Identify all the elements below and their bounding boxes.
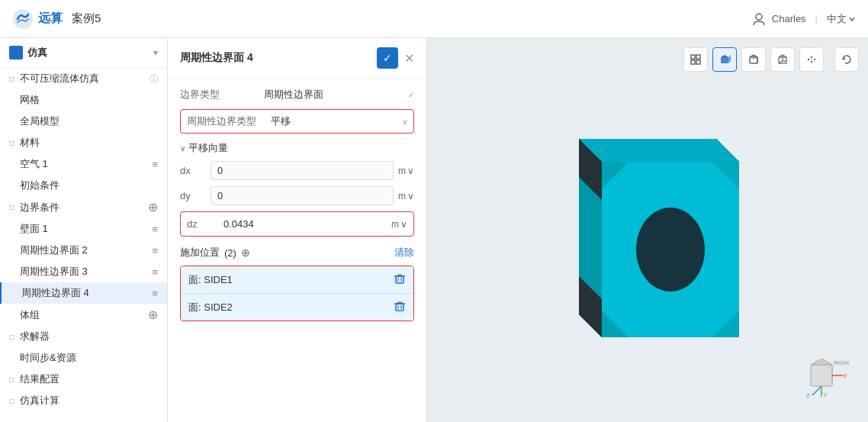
logo: 远算 xyxy=(12,8,63,30)
lang-button[interactable]: 中文 xyxy=(827,12,856,26)
row-label: 求解器 xyxy=(20,330,158,343)
svg-marker-35 xyxy=(579,139,739,162)
sidebar-item-solver[interactable]: □ 求解器 xyxy=(0,326,167,347)
chevron-down-icon: ∨ xyxy=(402,118,407,126)
header-left: 远算 案例5 xyxy=(12,8,101,30)
section-chevron: ∨ xyxy=(180,144,185,153)
dz-input[interactable] xyxy=(217,215,387,233)
row-label: 时间步&资源 xyxy=(20,351,158,365)
sidebar-item-periodic2[interactable]: 周期性边界面 2 ≡ xyxy=(0,240,167,261)
dz-unit: m ∨ xyxy=(391,219,407,230)
expand-arrow: □ xyxy=(9,203,20,211)
expand-arrow: □ xyxy=(9,139,20,147)
sidebar-item-sim-calc[interactable]: □ 仿真计算 xyxy=(0,390,167,411)
delete-side2-button[interactable] xyxy=(394,300,406,314)
svg-text:X: X xyxy=(843,372,847,379)
row-label: 全局模型 xyxy=(20,114,158,128)
apply-item-side2: 面: SIDE2 xyxy=(181,294,413,321)
view-btn-grid[interactable] xyxy=(683,47,708,72)
svg-rect-12 xyxy=(691,60,695,64)
view-btn-reset[interactable] xyxy=(834,47,859,72)
row-label: 仿真计算 xyxy=(20,394,158,408)
apply-header: 施加位置 (2) ⊕ 清除 xyxy=(180,246,414,259)
svg-text:Y: Y xyxy=(823,391,828,398)
row-label: 网格 xyxy=(20,93,158,107)
dy-row: dy m ∨ xyxy=(180,186,414,205)
svg-point-1 xyxy=(756,14,762,20)
chevron-down-icon xyxy=(848,15,856,23)
clear-button[interactable]: 清除 xyxy=(394,246,414,259)
apply-item-label: 面: SIDE1 xyxy=(188,273,394,287)
sidebar-header: 仿真 ▾ xyxy=(0,38,167,68)
cube-solid-icon xyxy=(719,53,731,66)
dx-input[interactable] xyxy=(211,161,394,180)
svg-rect-13 xyxy=(696,60,700,64)
confirm-button[interactable]: ✓ xyxy=(377,47,398,69)
menu-icon[interactable]: ≡ xyxy=(152,245,158,256)
expand-arrow: □ xyxy=(9,397,20,405)
logo-icon xyxy=(12,8,34,30)
panel-actions: ✓ ✕ xyxy=(377,47,414,69)
sidebar-item-initial-condition[interactable]: 初始条件 xyxy=(0,175,167,196)
user-name: Charles xyxy=(772,13,806,24)
3d-view: RIGHT Y X Z xyxy=(427,38,868,422)
view-btn-solid[interactable] xyxy=(712,47,737,72)
svg-marker-45 xyxy=(811,359,832,365)
sidebar-collapse-btn[interactable]: ▾ xyxy=(153,47,158,58)
sidebar-item-air1[interactable]: 空气 1 ≡ xyxy=(0,153,167,175)
svg-rect-44 xyxy=(811,365,832,386)
periodic-type-value: 平移 ∨ xyxy=(271,114,407,128)
sidebar-item-material[interactable]: □ 材料 xyxy=(0,132,167,153)
svg-rect-6 xyxy=(396,304,403,311)
sidebar-item-mesh[interactable]: 网格 xyxy=(0,89,167,111)
sidebar-item-boundary[interactable]: □ 边界条件 ⊕ xyxy=(0,196,167,218)
boundary-type-row: 边界类型 周期性边界面 ✓ xyxy=(180,88,414,101)
periodic-type-row[interactable]: 周期性边界类型 平移 ∨ xyxy=(180,109,414,134)
translation-section: ∨ 平移向量 xyxy=(180,141,414,155)
add-apply-button[interactable]: ⊕ xyxy=(241,246,250,259)
row-label: 壁面 1 xyxy=(20,222,152,236)
svg-point-25 xyxy=(811,56,812,58)
reset-icon xyxy=(841,53,853,66)
periodic-type-label: 周期性边界类型 xyxy=(187,114,271,128)
close-button[interactable]: ✕ xyxy=(404,51,414,66)
dx-row: dx m ∨ xyxy=(180,161,414,180)
sidebar: 仿真 ▾ □ 不可压缩流体仿真 ⓘ 网格 全局模型 □ 材料 空气 1 xyxy=(0,38,168,422)
sidebar-item-global-model[interactable]: 全局模型 xyxy=(0,111,167,132)
menu-icon[interactable]: ≡ xyxy=(152,266,158,278)
add-body-icon[interactable]: ⊕ xyxy=(148,308,158,322)
apply-section: 施加位置 (2) ⊕ 清除 面: SIDE1 xyxy=(180,246,414,321)
row-label: 材料 xyxy=(20,136,158,150)
logo-text: 远算 xyxy=(38,11,63,27)
svg-marker-29 xyxy=(843,57,846,60)
header-right: Charles | 中文 xyxy=(752,12,856,26)
row-label: 周期性边界面 4 xyxy=(21,286,152,300)
row-label: 周期性边界面 2 xyxy=(20,243,152,257)
sidebar-cube-icon xyxy=(9,46,23,60)
menu-icon[interactable]: ≡ xyxy=(152,224,158,235)
svg-point-28 xyxy=(811,59,812,60)
menu-icon[interactable]: ≡ xyxy=(152,159,158,170)
sidebar-item-periodic4[interactable]: 周期性边界面 4 ≡ xyxy=(0,282,167,304)
dy-label: dy xyxy=(180,190,211,201)
apply-item-side1: 面: SIDE1 xyxy=(181,266,413,294)
view-btn-dots[interactable] xyxy=(799,47,824,72)
sidebar-item-periodic3[interactable]: 周期性边界面 3 ≡ xyxy=(0,261,167,282)
divider: | xyxy=(815,13,818,24)
apply-item-label: 面: SIDE2 xyxy=(188,301,394,314)
view-btn-wireframe[interactable] xyxy=(770,47,795,72)
sidebar-item-incompressible[interactable]: □ 不可压缩流体仿真 ⓘ xyxy=(0,68,167,89)
header: 远算 案例5 Charles | 中文 xyxy=(0,0,868,38)
delete-side1-button[interactable] xyxy=(394,272,406,287)
view-btn-outline[interactable] xyxy=(741,47,766,72)
sidebar-item-body-group[interactable]: 体组 ⊕ xyxy=(0,304,167,326)
menu-icon[interactable]: ≡ xyxy=(152,288,158,299)
sidebar-item-wall1[interactable]: 壁面 1 ≡ xyxy=(0,218,167,240)
svg-rect-10 xyxy=(691,55,695,59)
sidebar-item-result-config[interactable]: □ 结果配置 xyxy=(0,369,167,390)
add-boundary-icon[interactable]: ⊕ xyxy=(148,200,158,214)
sidebar-item-timestep[interactable]: 时间步&资源 xyxy=(0,347,167,369)
dx-unit: m ∨ xyxy=(398,166,414,176)
trash-icon xyxy=(394,272,406,285)
dy-input[interactable] xyxy=(211,186,394,205)
